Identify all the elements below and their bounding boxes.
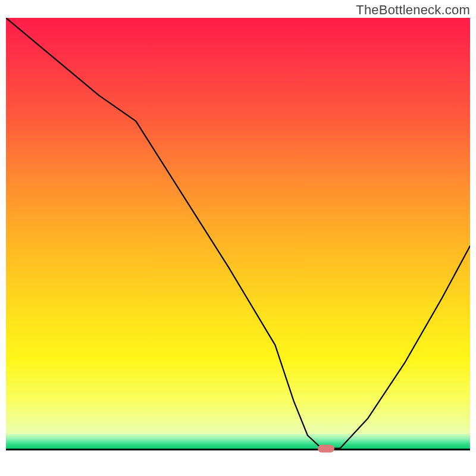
- watermark-text: TheBottleneck.com: [356, 2, 470, 18]
- optimal-point-marker: [318, 444, 334, 452]
- plot-area: [6, 18, 470, 470]
- curve-svg: [6, 18, 470, 470]
- bottleneck-curve: [6, 18, 470, 449]
